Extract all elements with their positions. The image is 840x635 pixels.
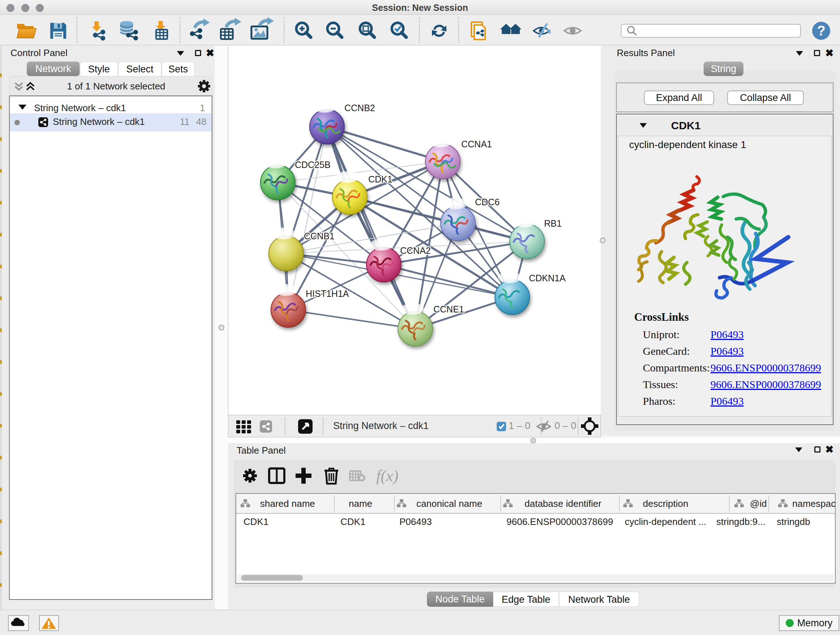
svg-text:CCNB2: CCNB2 bbox=[344, 103, 375, 113]
svg-text:RB1: RB1 bbox=[544, 218, 562, 228]
svg-text:1 of 1 Network selected: 1 of 1 Network selected bbox=[67, 81, 165, 92]
svg-text:CDC25B: CDC25B bbox=[295, 160, 331, 170]
svg-text:CCNE1: CCNE1 bbox=[433, 304, 464, 314]
svg-text:?: ? bbox=[817, 23, 825, 38]
svg-text:CDC6: CDC6 bbox=[475, 197, 500, 207]
svg-text:CDK1: CDK1 bbox=[368, 174, 393, 184]
svg-text:CDKN1A: CDKN1A bbox=[529, 273, 566, 283]
svg-text:HIST1H1A: HIST1H1A bbox=[306, 288, 349, 299]
svg-text:CCNA1: CCNA1 bbox=[461, 139, 492, 149]
svg-text:CCNA2: CCNA2 bbox=[400, 245, 431, 256]
svg-text:CCNB1: CCNB1 bbox=[304, 231, 335, 241]
svg-text:f(x): f(x) bbox=[376, 467, 398, 485]
